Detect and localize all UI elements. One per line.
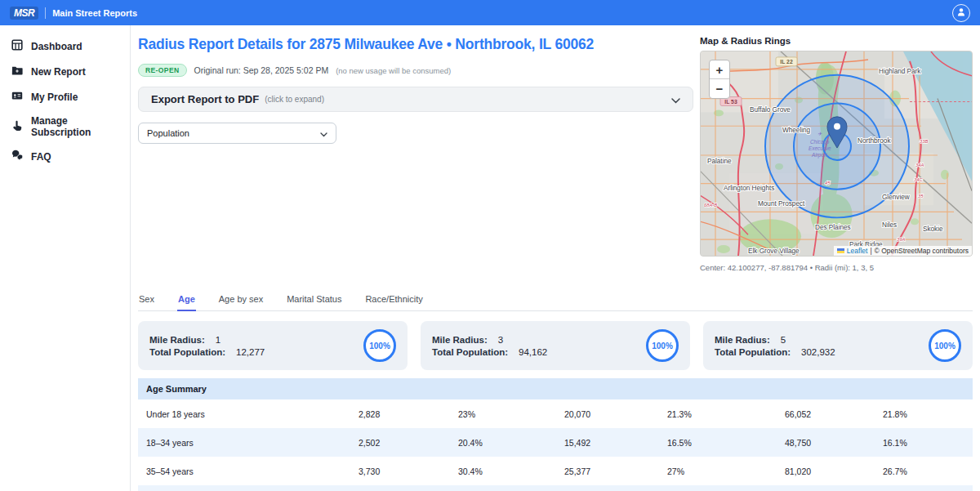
- sidebar-item-label: Manage Subscription: [31, 115, 118, 138]
- sidebar-item-label: Dashboard: [31, 41, 82, 52]
- city-label: Highland Park: [879, 68, 921, 75]
- table-section-header: Age Summary: [138, 378, 973, 399]
- svg-text:34C: 34C: [914, 177, 923, 182]
- svg-text:IL 53: IL 53: [724, 99, 737, 105]
- export-pdf-label: Export Report to PDF: [151, 93, 259, 105]
- map-attribution: Leaflet | © OpenStreetMap contributors: [834, 246, 972, 256]
- city-label: Elk Grove Village: [748, 248, 800, 255]
- summary-card-1mi: Mile Radius:1 Total Population:12,277 10…: [138, 321, 408, 370]
- sidebar-item-my-profile[interactable]: My Profile: [0, 84, 130, 109]
- percent-ring: 100%: [929, 329, 961, 362]
- chat-bubbles-icon: [11, 150, 23, 163]
- app-root: MSR Main Street Reports Dashboard: [0, 0, 980, 491]
- percent-ring: 100%: [363, 329, 396, 362]
- population-value: 12,277: [236, 347, 265, 357]
- tab-marital-status[interactable]: Marital Status: [286, 290, 342, 311]
- svg-text:Chicago: Chicago: [810, 139, 830, 145]
- dataset-select-value: Population: [147, 128, 320, 138]
- svg-text:IL 22: IL 22: [780, 59, 793, 65]
- svg-text:33B: 33B: [920, 139, 928, 144]
- msr-logo: MSR: [10, 7, 38, 20]
- airplane-icon: ✈: [817, 131, 822, 136]
- sidebar-item-manage-subscription[interactable]: Manage Subscription: [0, 109, 130, 144]
- radius-value: 3: [498, 335, 503, 345]
- map-panel-title: Map & Radius Rings: [700, 36, 973, 46]
- folder-plus-icon: [11, 65, 23, 78]
- city-label: Palatine: [707, 158, 732, 165]
- age-summary-table: Age Summary Under 18 years 2,828 23% 20,…: [138, 378, 973, 491]
- city-label: Niles: [882, 221, 897, 229]
- leaflet-link[interactable]: Leaflet: [847, 247, 868, 255]
- summary-card-5mi: Mile Radius:5 Total Population:302,932 1…: [703, 321, 973, 370]
- city-label: Northbrook: [858, 137, 891, 145]
- summary-card-3mi: Mile Radius:3 Total Population:94,162 10…: [421, 321, 690, 370]
- radius-value: 1: [216, 335, 220, 345]
- chevron-down-icon: [320, 126, 327, 141]
- tab-race-ethnicity[interactable]: Race/Ethnicity: [364, 290, 423, 311]
- city-label: Wheeling: [782, 127, 811, 134]
- sidebar-item-label: FAQ: [31, 151, 51, 163]
- table-row: 35–54 years 3,730 30.4% 25,377 27% 81,02…: [138, 457, 973, 485]
- svg-text:45: 45: [825, 181, 831, 185]
- export-pdf-hint: (click to expand): [265, 95, 324, 104]
- city-label: Des Plaines: [815, 224, 851, 231]
- svg-text:35: 35: [918, 194, 924, 199]
- summary-cards: Mile Radius:1 Total Population:12,277 10…: [138, 321, 973, 370]
- map-caption: Center: 42.100277, -87.881794 • Radii (m…: [700, 263, 973, 272]
- row-label: Under 18 years: [138, 409, 359, 419]
- map-zoom-control: + −: [709, 60, 730, 99]
- brand-link[interactable]: MSR Main Street Reports: [10, 7, 137, 20]
- dashboard-grid-icon: [11, 39, 23, 53]
- sidebar-item-new-report[interactable]: New Report: [0, 59, 130, 84]
- status-badge: RE-OPEN: [138, 64, 187, 77]
- city-label: Arlington Heights: [724, 185, 774, 192]
- tab-sex[interactable]: Sex: [138, 290, 155, 311]
- svg-text:34A: 34A: [915, 163, 924, 167]
- ukraine-flag-icon: [837, 248, 844, 253]
- city-label: Skokie: [923, 225, 943, 233]
- osm-attribution[interactable]: © OpenStreetMap contributors: [875, 247, 969, 255]
- sidebar-item-faq[interactable]: FAQ: [0, 144, 130, 169]
- chevron-down-icon: [671, 92, 680, 107]
- person-icon: [956, 6, 967, 20]
- hand-pointer-icon: [11, 120, 23, 134]
- id-card-icon: [11, 90, 23, 104]
- tab-age-by-sex[interactable]: Age by sex: [218, 290, 264, 311]
- row-label: 18–34 years: [138, 438, 359, 448]
- table-row: Under 18 years 2,828 23% 20,070 21.3% 66…: [138, 399, 973, 428]
- leaflet-map[interactable]: IL 22 IL 53 ✈ Chicago Executive Airport: [700, 51, 973, 257]
- brand-name: Main Street Reports: [52, 8, 137, 18]
- usage-note: (no new usage will be consumed): [336, 66, 451, 75]
- user-avatar-button[interactable]: [952, 4, 970, 22]
- sidebar-item-label: New Report: [31, 66, 86, 78]
- dataset-select[interactable]: Population: [138, 123, 336, 144]
- report-tabs: Sex Age Age by sex Marital Status Race/E…: [138, 290, 973, 311]
- city-label: Glenview: [882, 194, 910, 201]
- radius-value: 5: [781, 335, 786, 345]
- main-content: Radius Report Details for 2875 Milwaukee…: [131, 25, 980, 491]
- city-label: Buffalo Grove: [750, 106, 791, 114]
- top-navbar: MSR Main Street Reports: [0, 0, 980, 25]
- row-label: 35–54 years: [138, 466, 359, 476]
- svg-text:68A-B: 68A-B: [704, 203, 717, 208]
- percent-ring: 100%: [646, 329, 679, 362]
- page-title: Radius Report Details for 2875 Milwaukee…: [138, 36, 693, 53]
- population-value: 94,162: [519, 347, 547, 357]
- table-row-clipped: [138, 485, 973, 491]
- original-run-text: Original run: Sep 28, 2025 5:02 PM: [194, 65, 329, 75]
- svg-text:Airport: Airport: [811, 152, 827, 158]
- svg-text:Executive: Executive: [808, 145, 831, 151]
- route-shield-il22: IL 22: [776, 57, 797, 66]
- tab-age[interactable]: Age: [177, 290, 196, 311]
- sidebar-item-label: My Profile: [31, 92, 78, 103]
- population-value: 302,932: [801, 347, 835, 357]
- table-row: 18–34 years 2,502 20.4% 15,492 16.5% 48,…: [138, 428, 973, 457]
- zoom-in-button[interactable]: +: [710, 60, 729, 79]
- brand-divider: [45, 7, 46, 19]
- svg-text:39A: 39A: [897, 237, 905, 242]
- city-label: Mount Prospect: [758, 201, 805, 208]
- basemap-svg: IL 22 IL 53 ✈ Chicago Executive Airport: [701, 51, 972, 256]
- export-pdf-accordion[interactable]: Export Report to PDF (click to expand): [138, 87, 693, 112]
- sidebar-item-dashboard[interactable]: Dashboard: [0, 33, 130, 59]
- zoom-out-button[interactable]: −: [710, 79, 729, 98]
